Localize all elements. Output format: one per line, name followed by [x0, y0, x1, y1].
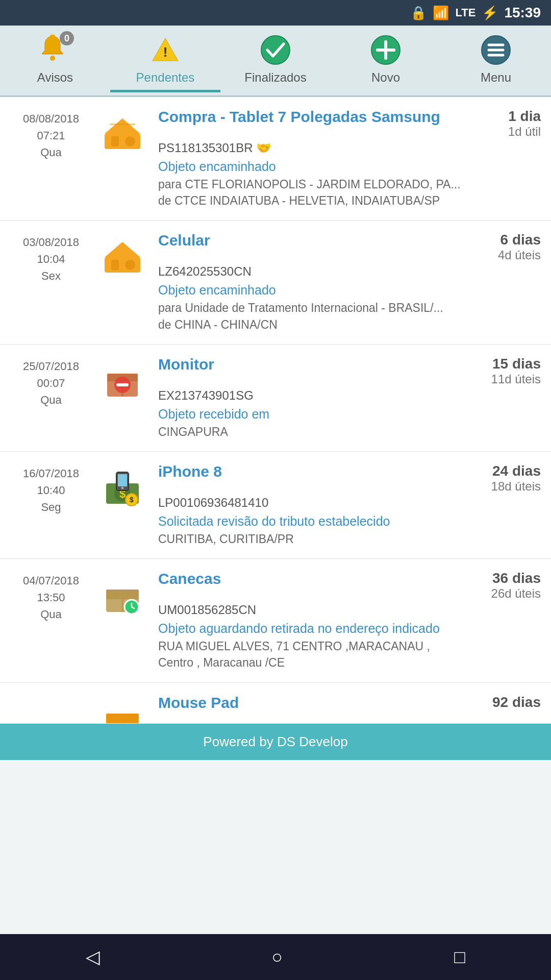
item-days: 15 dias [491, 356, 541, 372]
item-location: CINGAPURA [158, 424, 541, 440]
item-status: Solicitada revisão do tributo estabeleci… [158, 514, 541, 529]
tab-pendentes[interactable]: ! Pendentes [110, 29, 220, 92]
item-code: PS118135301BR 🤝 [158, 141, 541, 155]
svg-point-0 [50, 56, 55, 61]
item-useful-days: 1d útil [508, 125, 541, 139]
item-useful-days: 4d úteis [498, 248, 541, 262]
svg-rect-25 [116, 383, 129, 386]
list-item[interactable]: 03/08/2018 10:04 Sex Celular 6 dias 4d ú… [0, 220, 551, 344]
plus-circle-icon [370, 35, 401, 65]
tab-menu[interactable]: Menu [441, 29, 551, 92]
item-code: UM001856285CN [158, 603, 541, 617]
avisos-badge: 0 [60, 31, 74, 45]
item-code: LZ642025530CN [158, 264, 541, 279]
item-title: Canecas [158, 570, 221, 587]
item-details: Canecas 36 dias 26d úteis UM001856285CN … [158, 570, 541, 671]
item-icon [97, 570, 148, 621]
item-date: 08/08/2018 07:21 Qua [10, 108, 92, 161]
tab-menu-label: Menu [481, 70, 511, 85]
warning-icon: ! [152, 36, 179, 64]
list-item[interactable]: 25/07/2018 00:07 Qua Monitor 15 dias 11d… [0, 345, 551, 452]
svg-point-15 [125, 136, 135, 146]
item-status: Objeto recebido em [158, 407, 541, 422]
tab-avisos[interactable]: 0 Avisos [0, 29, 110, 92]
svg-text:!: ! [163, 44, 168, 60]
item-icon [97, 356, 148, 407]
item-days: 24 dias [491, 463, 541, 479]
item-useful-days: 18d úteis [491, 479, 541, 494]
item-days: 36 dias [491, 570, 541, 586]
footer-text: Powered by DS Develop [203, 734, 347, 749]
back-button[interactable]: ◁ [86, 946, 100, 968]
android-nav: ◁ ○ □ [0, 934, 551, 980]
svg-point-31 [121, 486, 124, 489]
sim-icon: 📶 [433, 5, 449, 21]
recent-button[interactable]: □ [454, 946, 465, 968]
item-code: EX213743901SG [158, 388, 541, 403]
item-icon: $ $ [97, 463, 148, 514]
item-details: Compra - Tablet 7 Polegadas Samsung 1 di… [158, 108, 541, 209]
svg-rect-14 [111, 136, 119, 146]
item-status: Objeto encaminhado [158, 283, 541, 298]
battery-icon: ⚡ [482, 5, 498, 21]
item-days: 92 dias [492, 694, 541, 710]
item-location: para CTE FLORIANOPOLIS - JARDIM ELDORADO… [158, 176, 541, 209]
item-status: Objeto aguardando retirada no endereço i… [158, 621, 541, 636]
item-date: 16/07/2018 10:40 Seg [10, 463, 92, 516]
item-details: Monitor 15 dias 11d úteis EX213743901SG … [158, 356, 541, 440]
svg-rect-16 [110, 124, 135, 125]
svg-rect-1 [50, 35, 55, 38]
tab-finalizados-label: Finalizados [244, 70, 306, 85]
item-icon [97, 108, 148, 159]
item-title: Mouse Pad [158, 694, 239, 712]
footer: Powered by DS Develop [0, 724, 551, 760]
status-time: 15:39 [504, 5, 541, 21]
list-item[interactable]: Mouse Pad 92 dias [0, 683, 551, 724]
menu-icon [481, 35, 511, 65]
item-icon [97, 694, 148, 724]
item-title: Monitor [158, 356, 214, 373]
tab-novo[interactable]: Novo [331, 29, 441, 92]
list-item[interactable]: 08/08/2018 07:21 Qua Compra - Tablet 7 P… [0, 97, 551, 220]
nav-tabs: 0 Avisos ! Pendentes Finalizados [0, 26, 551, 97]
item-status: Objeto encaminhado [158, 159, 541, 174]
lte-badge: LTE [455, 6, 475, 19]
svg-rect-19 [111, 260, 119, 270]
check-circle-icon [260, 35, 291, 65]
svg-point-20 [125, 260, 135, 270]
tab-novo-label: Novo [371, 70, 400, 85]
svg-marker-18 [105, 242, 140, 257]
item-title: Compra - Tablet 7 Polegadas Samsung [158, 108, 440, 126]
item-date [10, 694, 92, 696]
tab-pendentes-label: Pendentes [136, 70, 195, 85]
item-code: LP00106936481410 [158, 496, 541, 510]
item-date: 25/07/2018 00:07 Qua [10, 356, 92, 408]
list-item[interactable]: 04/07/2018 13:50 Qua Canecas 36 dias [0, 559, 551, 682]
status-bar: 🔒 📶 LTE ⚡ 15:39 [0, 0, 551, 26]
tab-avisos-label: Avisos [37, 70, 73, 85]
item-details: Celular 6 dias 4d úteis LZ642025530CN Ob… [158, 232, 541, 332]
item-details: iPhone 8 24 dias 18d úteis LP00106936481… [158, 463, 541, 547]
item-icon [97, 232, 148, 283]
svg-marker-13 [105, 118, 140, 134]
tab-finalizados[interactable]: Finalizados [220, 29, 331, 92]
svg-rect-30 [118, 474, 127, 486]
item-location: para Unidade de Tratamento Internacional… [158, 300, 541, 332]
item-location: RUA MIGUEL ALVES, 71 CENTRO ,MARACANAU ,… [158, 638, 541, 671]
svg-text:$: $ [130, 496, 134, 504]
item-title: iPhone 8 [158, 463, 222, 480]
item-days: 1 dia [508, 108, 541, 125]
item-title: Celular [158, 232, 210, 249]
item-date: 03/08/2018 10:04 Sex [10, 232, 92, 284]
home-button[interactable]: ○ [271, 946, 283, 968]
item-useful-days: 11d úteis [491, 372, 541, 386]
item-details: Mouse Pad 92 dias [158, 694, 541, 712]
lock-icon: 🔒 [410, 5, 427, 21]
item-useful-days: 26d úteis [491, 586, 541, 601]
svg-point-4 [261, 36, 290, 64]
item-location: CURITIBA, CURITIBA/PR [158, 531, 541, 547]
list-item[interactable]: 16/07/2018 10:40 Seg $ $ iPhone 8 [0, 452, 551, 559]
items-list: 08/08/2018 07:21 Qua Compra - Tablet 7 P… [0, 97, 551, 724]
item-days: 6 dias [498, 232, 541, 248]
item-date: 04/07/2018 13:50 Qua [10, 570, 92, 623]
